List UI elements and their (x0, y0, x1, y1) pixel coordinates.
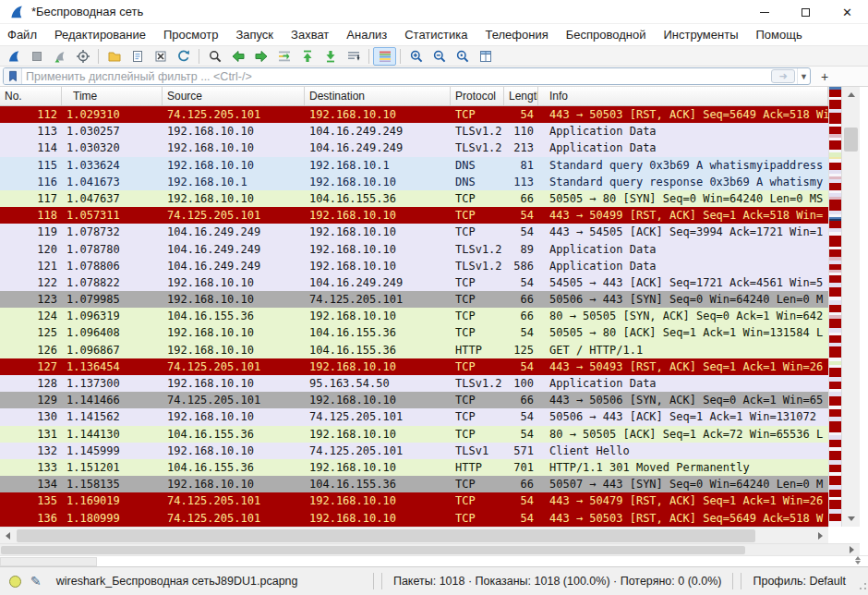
column-header-length[interactable]: Length (504, 87, 538, 105)
first-packet-button[interactable] (295, 47, 319, 66)
packet-row-113[interactable]: 1131.030257192.168.10.10104.16.249.249TL… (0, 123, 828, 140)
restart-capture-button[interactable] (48, 47, 71, 66)
reload-file-button[interactable] (172, 47, 195, 66)
packet-row-114[interactable]: 1141.030320192.168.10.10104.16.249.249TL… (0, 140, 828, 156)
cell-len: 54 (504, 274, 538, 291)
filter-bookmark-button[interactable] (4, 68, 22, 84)
cell-no: 119 (0, 224, 62, 240)
menu-item-go[interactable]: Запуск (235, 28, 273, 42)
packet-row-126[interactable]: 1261.096867192.168.10.10104.16.155.36HTT… (0, 342, 828, 358)
column-header-source[interactable]: Source (163, 87, 305, 105)
start-capture-button[interactable] (2, 47, 25, 66)
packet-row-119[interactable]: 1191.078732104.16.249.249192.168.10.10TC… (0, 224, 828, 240)
go-to-packet-button[interactable] (272, 47, 295, 66)
column-header-info[interactable]: Info (538, 87, 828, 105)
scroll-left-button[interactable] (0, 528, 16, 543)
menu-item-analyze[interactable]: Анализ (346, 28, 387, 42)
resize-grip[interactable] (857, 580, 866, 589)
packet-row-123[interactable]: 1231.079985192.168.10.1074.125.205.101TC… (0, 291, 828, 308)
pane-spinner[interactable] (855, 556, 861, 565)
packet-row-133[interactable]: 1331.151201104.16.155.36192.168.10.10HTT… (0, 459, 828, 476)
vertical-scrollbar[interactable] (841, 87, 860, 527)
colorize-button[interactable] (373, 47, 396, 66)
maximize-button[interactable] (785, 0, 826, 24)
column-header-destination[interactable]: Destination (305, 87, 451, 105)
cell-proto: TCP (451, 291, 504, 308)
apply-filter-button[interactable]: ➜ (771, 69, 795, 83)
zoom-in-button[interactable] (404, 47, 428, 66)
horizontal-scrollbar-2-thumb[interactable] (1, 546, 745, 554)
close-button[interactable]: ✕ (826, 0, 868, 24)
scroll-right-button-2[interactable] (844, 544, 860, 555)
capture-filename: wireshark_Беспроводная сетьJ89DU1.pcapng (56, 575, 298, 588)
cell-time: 1.137300 (62, 375, 163, 392)
find-packet-button[interactable] (203, 47, 226, 66)
packet-row-130[interactable]: 1301.141562192.168.10.1074.125.205.101TC… (0, 408, 828, 425)
packet-row-125[interactable]: 1251.096408192.168.10.10104.16.155.36TCP… (0, 324, 828, 341)
normal-size-button[interactable] (451, 47, 474, 66)
packet-row-120[interactable]: 1201.078780104.16.249.249192.168.10.10TL… (0, 241, 828, 258)
close-file-button[interactable] (149, 47, 172, 66)
menu-item-tools[interactable]: Инструменты (663, 28, 738, 42)
cell-src: 104.16.155.36 (163, 308, 305, 324)
statusbar-separator (381, 573, 382, 589)
packet-row-127[interactable]: 1271.13645474.125.205.101192.168.10.10TC… (0, 358, 828, 375)
minimap-stripe (829, 183, 841, 190)
packet-row-128[interactable]: 1281.137300192.168.10.1095.163.54.50TLSv… (0, 375, 828, 392)
packet-row-135[interactable]: 1351.16901974.125.205.101192.168.10.10TC… (0, 492, 828, 509)
column-header-no[interactable]: No. (0, 87, 62, 105)
resize-columns-button[interactable] (474, 47, 497, 66)
horizontal-scrollbar-2[interactable] (0, 543, 860, 555)
menu-item-capture[interactable]: Захват (291, 28, 329, 42)
packet-row-116[interactable]: 1161.041673192.168.10.1192.168.10.10DNS1… (0, 174, 828, 190)
packet-row-131[interactable]: 1311.144130104.16.155.36192.168.10.10TCP… (0, 426, 828, 443)
add-filter-button[interactable]: + (816, 68, 833, 85)
scroll-up-button[interactable] (842, 87, 860, 103)
packet-row-112[interactable]: 1121.02931074.125.205.101192.168.10.10TC… (0, 106, 828, 123)
packet-minimap[interactable] (828, 87, 841, 527)
save-file-button[interactable] (126, 47, 149, 66)
cell-len: 110 (504, 123, 538, 140)
previous-packet-button[interactable] (226, 47, 249, 66)
packet-row-115[interactable]: 1151.033624192.168.10.10192.168.10.1DNS8… (0, 157, 828, 174)
cell-len: 89 (504, 241, 538, 258)
packet-row-117[interactable]: 1171.047637192.168.10.10104.16.155.36TCP… (0, 190, 828, 207)
open-file-button[interactable] (102, 47, 126, 66)
next-packet-button[interactable] (249, 47, 272, 66)
menu-item-view[interactable]: Просмотр (163, 28, 218, 42)
menu-item-edit[interactable]: Редактирование (54, 28, 146, 42)
minimize-button[interactable] (743, 0, 785, 24)
capture-comment-icon[interactable]: ✎ (30, 574, 42, 589)
zoom-out-button[interactable] (428, 47, 451, 66)
cell-no: 120 (0, 241, 62, 258)
triangle-right-icon (850, 546, 854, 553)
packet-row-134[interactable]: 1341.158135192.168.10.10104.16.155.36TCP… (0, 476, 828, 492)
horizontal-scrollbar-1[interactable] (0, 527, 828, 543)
capture-options-button[interactable] (71, 47, 94, 66)
menu-item-help[interactable]: Помощь (756, 28, 802, 42)
profile-label[interactable]: Профиль: Default (753, 575, 846, 588)
column-header-time[interactable]: Time (62, 87, 163, 105)
last-packet-button[interactable] (319, 47, 342, 66)
packet-row-129[interactable]: 1291.14146674.125.205.101192.168.10.10TC… (0, 392, 828, 408)
packet-row-136[interactable]: 1361.18099974.125.205.101192.168.10.10TC… (0, 510, 828, 527)
display-filter-input[interactable] (22, 70, 771, 83)
menu-item-statistics[interactable]: Статистика (404, 28, 467, 42)
packet-row-124[interactable]: 1241.096319104.16.155.36192.168.10.10TCP… (0, 308, 828, 324)
menu-item-telephony[interactable]: Телефония (485, 28, 548, 42)
packet-row-121[interactable]: 1211.078806104.16.249.249192.168.10.10TL… (0, 258, 828, 274)
menu-item-file[interactable]: Файл (7, 28, 37, 42)
auto-scroll-button[interactable] (342, 47, 365, 66)
expert-info-icon[interactable] (9, 576, 21, 588)
scroll-down-button[interactable] (842, 511, 860, 527)
packet-row-132[interactable]: 1321.145999192.168.10.1074.125.205.101TL… (0, 443, 828, 459)
horizontal-scrollbar-1-thumb[interactable] (17, 529, 755, 542)
menu-item-wireless[interactable]: Беспроводной (566, 28, 646, 42)
scroll-right-button[interactable] (813, 528, 828, 543)
packet-row-118[interactable]: 1181.05731174.125.205.101192.168.10.10TC… (0, 207, 828, 224)
vertical-scrollbar-thumb[interactable] (844, 128, 858, 152)
column-header-protocol[interactable]: Protocol (451, 87, 504, 105)
filter-history-dropdown[interactable]: ▼ (797, 68, 810, 84)
stop-capture-button[interactable] (25, 47, 48, 66)
packet-row-122[interactable]: 1221.078822192.168.10.10104.16.249.249TC… (0, 274, 828, 291)
